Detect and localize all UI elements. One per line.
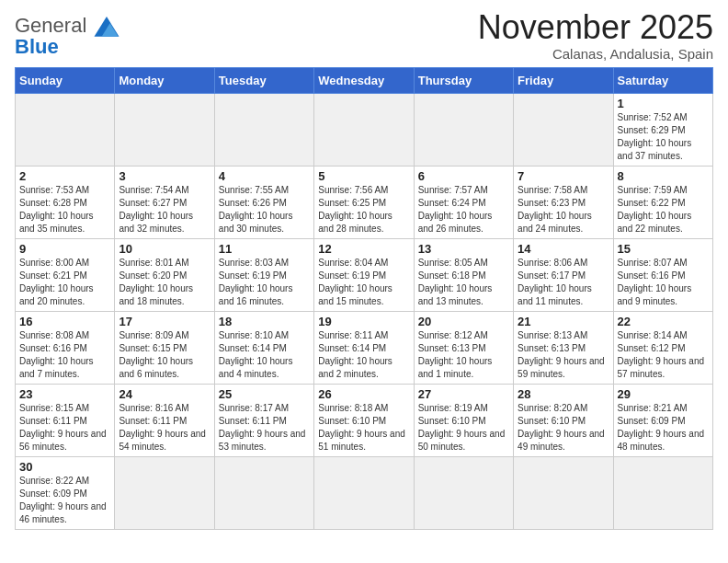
table-row <box>214 93 313 166</box>
day-number: 22 <box>618 315 709 328</box>
table-row: 21Sunrise: 8:13 AMSunset: 6:13 PMDayligh… <box>514 311 613 384</box>
day-number: 15 <box>618 242 709 256</box>
subtitle: Calanas, Andalusia, Spain <box>478 46 713 62</box>
table-row <box>314 456 414 529</box>
table-row: 30Sunrise: 8:22 AMSunset: 6:09 PMDayligh… <box>16 456 115 529</box>
day-number: 29 <box>618 387 709 401</box>
title-section: November 2025 Calanas, Andalusia, Spain <box>478 9 713 62</box>
day-info: Sunrise: 7:53 AMSunset: 6:28 PMDaylight:… <box>19 184 110 236</box>
day-number: 9 <box>19 242 110 256</box>
day-info: Sunrise: 8:19 AMSunset: 6:10 PMDaylight:… <box>418 402 509 454</box>
table-row: 15Sunrise: 8:07 AMSunset: 6:16 PMDayligh… <box>613 238 712 311</box>
day-number: 28 <box>518 387 609 401</box>
table-row: 11Sunrise: 8:03 AMSunset: 6:19 PMDayligh… <box>214 238 313 311</box>
table-row: 10Sunrise: 8:01 AMSunset: 6:20 PMDayligh… <box>115 238 214 311</box>
table-row <box>314 93 414 166</box>
day-number: 16 <box>19 315 110 328</box>
col-sunday: Sunday <box>16 67 115 93</box>
table-row: 27Sunrise: 8:19 AMSunset: 6:10 PMDayligh… <box>414 384 513 456</box>
day-number: 12 <box>318 242 409 256</box>
day-number: 11 <box>219 242 310 256</box>
logo: General Blue <box>15 13 123 59</box>
day-info: Sunrise: 8:08 AMSunset: 6:16 PMDaylight:… <box>19 329 110 381</box>
day-info: Sunrise: 7:54 AMSunset: 6:27 PMDaylight:… <box>119 184 210 236</box>
col-friday: Friday <box>514 67 613 93</box>
day-info: Sunrise: 8:21 AMSunset: 6:09 PMDaylight:… <box>618 402 709 454</box>
table-row: 14Sunrise: 8:06 AMSunset: 6:17 PMDayligh… <box>514 238 613 311</box>
table-row: 8Sunrise: 7:59 AMSunset: 6:22 PMDaylight… <box>613 166 712 238</box>
col-thursday: Thursday <box>414 67 513 93</box>
day-info: Sunrise: 8:13 AMSunset: 6:13 PMDaylight:… <box>518 329 609 381</box>
table-row: 22Sunrise: 8:14 AMSunset: 6:12 PMDayligh… <box>613 311 712 384</box>
day-info: Sunrise: 8:15 AMSunset: 6:11 PMDaylight:… <box>19 402 110 454</box>
table-row: 5Sunrise: 7:56 AMSunset: 6:25 PMDaylight… <box>314 166 414 238</box>
table-row: 25Sunrise: 8:17 AMSunset: 6:11 PMDayligh… <box>214 384 313 456</box>
table-row <box>414 456 513 529</box>
table-row <box>16 93 115 166</box>
logo-icon <box>90 13 123 39</box>
col-tuesday: Tuesday <box>214 67 313 93</box>
day-number: 19 <box>318 315 409 328</box>
day-number: 20 <box>418 315 509 328</box>
day-info: Sunrise: 7:52 AMSunset: 6:29 PMDaylight:… <box>618 111 709 163</box>
table-row: 3Sunrise: 7:54 AMSunset: 6:27 PMDaylight… <box>115 166 214 238</box>
day-info: Sunrise: 8:17 AMSunset: 6:11 PMDaylight:… <box>219 402 310 454</box>
day-info: Sunrise: 8:16 AMSunset: 6:11 PMDaylight:… <box>119 402 210 454</box>
day-number: 18 <box>219 315 310 328</box>
day-info: Sunrise: 8:01 AMSunset: 6:20 PMDaylight:… <box>119 257 210 308</box>
day-number: 6 <box>418 169 509 183</box>
day-number: 4 <box>219 169 310 183</box>
day-number: 23 <box>19 387 110 401</box>
day-number: 25 <box>219 387 310 401</box>
table-row: 16Sunrise: 8:08 AMSunset: 6:16 PMDayligh… <box>16 311 115 384</box>
table-row <box>115 93 214 166</box>
table-row: 17Sunrise: 8:09 AMSunset: 6:15 PMDayligh… <box>115 311 214 384</box>
table-row: 19Sunrise: 8:11 AMSunset: 6:14 PMDayligh… <box>314 311 414 384</box>
day-info: Sunrise: 8:07 AMSunset: 6:16 PMDaylight:… <box>618 257 709 308</box>
day-info: Sunrise: 8:22 AMSunset: 6:09 PMDaylight:… <box>19 475 110 526</box>
day-info: Sunrise: 7:58 AMSunset: 6:23 PMDaylight:… <box>518 184 609 236</box>
day-number: 13 <box>418 242 509 256</box>
day-number: 2 <box>19 169 110 183</box>
table-row: 7Sunrise: 7:58 AMSunset: 6:23 PMDaylight… <box>514 166 613 238</box>
day-info: Sunrise: 8:18 AMSunset: 6:10 PMDaylight:… <box>318 402 409 454</box>
col-wednesday: Wednesday <box>314 67 414 93</box>
day-number: 1 <box>618 97 709 110</box>
table-row: 20Sunrise: 8:12 AMSunset: 6:13 PMDayligh… <box>414 311 513 384</box>
month-title: November 2025 <box>478 9 713 46</box>
day-info: Sunrise: 8:09 AMSunset: 6:15 PMDaylight:… <box>119 329 210 381</box>
day-number: 10 <box>119 242 210 256</box>
col-saturday: Saturday <box>613 67 712 93</box>
table-row <box>514 456 613 529</box>
day-info: Sunrise: 8:11 AMSunset: 6:14 PMDaylight:… <box>318 329 409 381</box>
day-info: Sunrise: 8:14 AMSunset: 6:12 PMDaylight:… <box>618 329 709 381</box>
day-number: 21 <box>518 315 609 328</box>
table-row: 13Sunrise: 8:05 AMSunset: 6:18 PMDayligh… <box>414 238 513 311</box>
table-row: 24Sunrise: 8:16 AMSunset: 6:11 PMDayligh… <box>115 384 214 456</box>
table-row: 28Sunrise: 8:20 AMSunset: 6:10 PMDayligh… <box>514 384 613 456</box>
calendar: Sunday Monday Tuesday Wednesday Thursday… <box>15 67 713 530</box>
day-number: 14 <box>518 242 609 256</box>
day-info: Sunrise: 8:20 AMSunset: 6:10 PMDaylight:… <box>518 402 609 454</box>
day-number: 17 <box>119 315 210 328</box>
table-row <box>514 93 613 166</box>
table-row <box>613 456 712 529</box>
day-number: 8 <box>618 169 709 183</box>
day-number: 26 <box>318 387 409 401</box>
day-info: Sunrise: 8:04 AMSunset: 6:19 PMDaylight:… <box>318 257 409 308</box>
table-row <box>115 456 214 529</box>
day-info: Sunrise: 8:05 AMSunset: 6:18 PMDaylight:… <box>418 257 509 308</box>
day-number: 30 <box>19 460 110 474</box>
table-row <box>214 456 313 529</box>
table-row: 9Sunrise: 8:00 AMSunset: 6:21 PMDaylight… <box>16 238 115 311</box>
col-monday: Monday <box>115 67 214 93</box>
day-number: 24 <box>119 387 210 401</box>
table-row: 2Sunrise: 7:53 AMSunset: 6:28 PMDaylight… <box>16 166 115 238</box>
day-number: 27 <box>418 387 509 401</box>
table-row: 23Sunrise: 8:15 AMSunset: 6:11 PMDayligh… <box>16 384 115 456</box>
day-info: Sunrise: 7:56 AMSunset: 6:25 PMDaylight:… <box>318 184 409 236</box>
day-info: Sunrise: 7:55 AMSunset: 6:26 PMDaylight:… <box>219 184 310 236</box>
table-row: 12Sunrise: 8:04 AMSunset: 6:19 PMDayligh… <box>314 238 414 311</box>
day-info: Sunrise: 8:12 AMSunset: 6:13 PMDaylight:… <box>418 329 509 381</box>
day-info: Sunrise: 7:59 AMSunset: 6:22 PMDaylight:… <box>618 184 709 236</box>
